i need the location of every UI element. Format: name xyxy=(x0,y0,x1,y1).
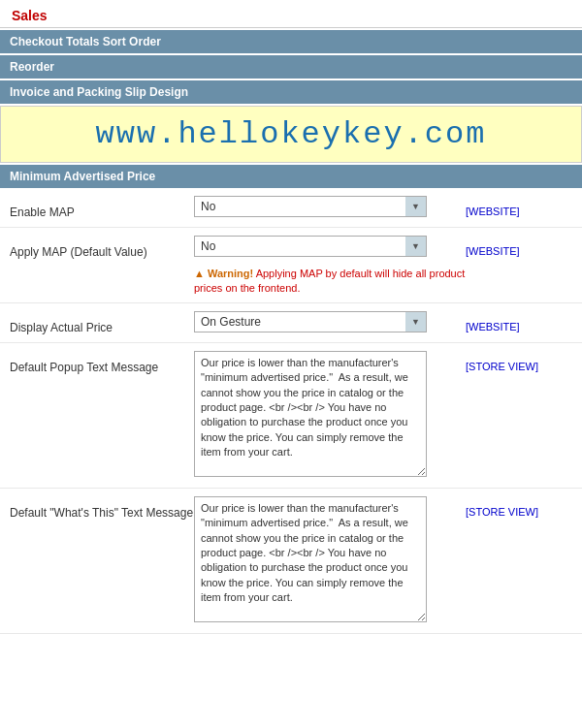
apply-map-field: No Yes xyxy=(194,236,466,257)
default-whats-this-scope: [STORE VIEW] xyxy=(466,496,543,518)
apply-map-label: Apply MAP (Default Value) xyxy=(10,236,194,259)
display-actual-price-field: On Gesture In Cart Before Order Confirma… xyxy=(194,311,466,332)
enable-map-field: No Yes xyxy=(194,196,466,217)
apply-map-row: Apply MAP (Default Value) No Yes [WEBSIT… xyxy=(0,228,582,261)
display-actual-price-select[interactable]: On Gesture In Cart Before Order Confirma… xyxy=(194,311,427,332)
default-whats-this-row: Default "What's This" Text Message Our p… xyxy=(0,489,582,634)
warning-label: Warning! xyxy=(208,268,253,279)
section-checkout-totals[interactable]: Checkout Totals Sort Order xyxy=(0,30,582,53)
default-popup-text-scope: [STORE VIEW] xyxy=(466,351,543,372)
apply-map-warning: ▲ Warning! Applying MAP by default will … xyxy=(0,261,582,303)
page-wrapper: Sales Checkout Totals Sort Order Reorder… xyxy=(0,0,582,728)
default-whats-this-field: Our price is lower than the manufacturer… xyxy=(194,496,466,625)
display-actual-price-select-wrapper: On Gesture In Cart Before Order Confirma… xyxy=(194,311,427,332)
default-popup-text-row: Default Popup Text Message Our price is … xyxy=(0,343,582,489)
apply-map-select-wrapper: No Yes xyxy=(194,236,427,257)
apply-map-scope: [WEBSITE] xyxy=(466,236,543,257)
display-actual-price-row: Display Actual Price On Gesture In Cart … xyxy=(0,303,582,343)
section-reorder[interactable]: Reorder xyxy=(0,55,582,79)
default-popup-text-textarea[interactable]: Our price is lower than the manufacturer… xyxy=(194,351,427,477)
section-invoice-packing[interactable]: Invoice and Packing Slip Design xyxy=(0,80,582,104)
default-whats-this-label: Default "What's This" Text Message xyxy=(10,496,194,520)
apply-map-group: Apply MAP (Default Value) No Yes [WEBSIT… xyxy=(0,228,582,303)
form-section: Enable MAP No Yes [WEBSITE] Apply MAP (D… xyxy=(0,188,582,634)
enable-map-scope: [WEBSITE] xyxy=(466,196,543,217)
warning-icon: ▲ xyxy=(194,268,208,279)
section-map[interactable]: Minimum Advertised Price xyxy=(0,165,582,188)
watermark-box: www.hellokeykey.com xyxy=(0,106,582,163)
enable-map-label: Enable MAP xyxy=(10,196,194,219)
page-title: Sales xyxy=(0,0,582,28)
default-popup-text-field: Our price is lower than the manufacturer… xyxy=(194,351,466,480)
enable-map-select-wrapper: No Yes xyxy=(194,196,427,217)
apply-map-select[interactable]: No Yes xyxy=(194,236,427,257)
display-actual-price-label: Display Actual Price xyxy=(10,311,194,334)
warning-text: ▲ Warning! Applying MAP by default will … xyxy=(194,267,466,297)
enable-map-row: Enable MAP No Yes [WEBSITE] xyxy=(0,188,582,228)
default-whats-this-textarea[interactable]: Our price is lower than the manufacturer… xyxy=(194,496,427,622)
watermark-text: www.hellokeykey.com xyxy=(16,116,566,152)
enable-map-select[interactable]: No Yes xyxy=(194,196,427,217)
display-actual-price-scope: [WEBSITE] xyxy=(466,311,543,332)
default-popup-text-label: Default Popup Text Message xyxy=(10,351,194,374)
